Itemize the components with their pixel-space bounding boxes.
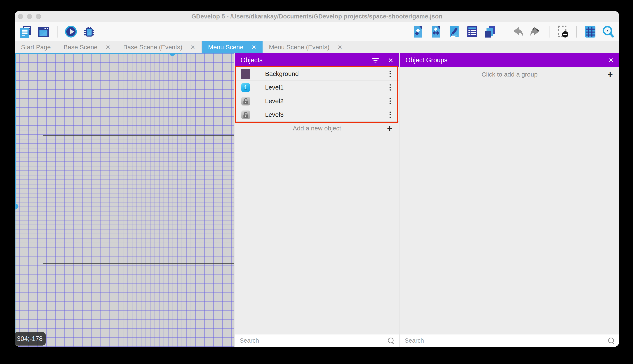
tab-menu-scene[interactable]: Menu Scene ✕ — [202, 41, 262, 53]
background-thumbnail — [241, 69, 250, 79]
zoom-ratio-label: 1:1 — [605, 29, 610, 33]
toolbar-divider — [576, 26, 577, 38]
selection-left-edge-faded — [15, 210, 16, 347]
close-objects-panel-icon[interactable]: ✕ — [388, 56, 393, 64]
project-manager-icon[interactable] — [19, 25, 32, 38]
add-group-plus-icon[interactable]: + — [607, 70, 613, 79]
objects-panel-title: Objects — [240, 56, 262, 64]
toolbar-right-group: 1:1 — [411, 25, 615, 38]
close-object-groups-panel-icon[interactable]: ✕ — [608, 56, 614, 64]
objects-panel-header: Objects ✕ — [235, 53, 399, 67]
add-object-label: Add a new object — [235, 125, 399, 132]
close-tab-icon[interactable]: ✕ — [190, 44, 195, 51]
object-label: Level1 — [265, 84, 283, 91]
object-groups-empty-area — [400, 82, 619, 334]
add-object-plus-icon[interactable]: + — [387, 124, 393, 133]
toolbar-divider — [504, 26, 504, 38]
undo-icon[interactable] — [511, 25, 524, 38]
object-groups-panel: Object Groups ✕ Click to add a group + — [400, 53, 619, 347]
object-row-level1[interactable]: 1 Level1 — [235, 81, 399, 94]
tab-start-page[interactable]: Start Page — [15, 41, 57, 53]
add-object-row[interactable]: Add a new object + — [235, 122, 399, 135]
objects-search-input[interactable] — [240, 337, 388, 344]
object-groups-icon[interactable] — [429, 25, 443, 38]
object-menu-icon[interactable] — [390, 84, 391, 90]
window-title: GDevelop 5 - /Users/dkarakay/Documents/G… — [15, 13, 619, 20]
close-tab-icon[interactable]: ✕ — [106, 44, 110, 51]
level1-button-thumbnail: 1 — [241, 83, 250, 92]
level1-badge: 1 — [244, 84, 247, 91]
tab-label: Base Scene (Events) — [123, 44, 182, 51]
selection-handle-left[interactable] — [15, 204, 18, 209]
redo-icon[interactable] — [529, 25, 542, 38]
toolbar-left-group — [19, 25, 96, 38]
tab-label: Base Scene — [64, 44, 98, 51]
object-label: Background — [265, 70, 299, 77]
object-row-level2[interactable]: Level2 — [235, 94, 399, 108]
add-group-label: Click to add a group — [400, 71, 619, 78]
selection-handle-top[interactable] — [169, 53, 175, 56]
object-menu-icon[interactable] — [390, 112, 391, 118]
groups-search-input[interactable] — [405, 337, 608, 344]
start-page-icon[interactable] — [37, 25, 50, 38]
main-toolbar: 1:1 — [15, 22, 619, 41]
preview-icon[interactable] — [64, 25, 78, 38]
title-bar: GDevelop 5 - /Users/dkarakay/Documents/G… — [15, 11, 619, 22]
objects-panel-empty-area — [235, 135, 399, 334]
selection-top-edge — [15, 53, 182, 54]
tab-base-scene[interactable]: Base Scene ✕ — [57, 41, 117, 53]
lock-icon — [244, 112, 247, 115]
locked-button-thumbnail — [241, 96, 250, 106]
editor-tabs: Start Page Base Scene ✕ Base Scene (Even… — [15, 41, 619, 53]
window-mask-icon[interactable] — [556, 25, 570, 38]
toolbar-divider — [549, 26, 549, 38]
groups-search-row — [400, 334, 619, 347]
grid-icon[interactable] — [583, 25, 597, 38]
tab-base-scene-events[interactable]: Base Scene (Events) ✕ — [117, 41, 202, 53]
locked-button-thumbnail — [241, 110, 250, 120]
search-icon — [608, 338, 614, 344]
objects-search-row — [235, 334, 399, 347]
object-label: Level2 — [265, 98, 283, 105]
debug-icon[interactable] — [82, 25, 96, 38]
object-groups-panel-title: Object Groups — [406, 56, 447, 64]
filter-icon[interactable] — [372, 58, 379, 62]
close-tab-icon[interactable]: ✕ — [251, 44, 256, 51]
object-row-level3[interactable]: Level3 — [235, 108, 399, 122]
lock-icon — [244, 98, 247, 101]
objects-panel-icon[interactable] — [411, 25, 425, 38]
tab-menu-scene-events[interactable]: Menu Scene (Events) ✕ — [262, 41, 349, 53]
selection-left-edge — [15, 53, 16, 210]
instances-list-icon[interactable] — [466, 25, 479, 38]
tab-label: Menu Scene (Events) — [269, 44, 329, 51]
properties-icon[interactable] — [447, 25, 461, 38]
tab-label: Menu Scene — [208, 44, 243, 51]
cursor-coordinates-badge: 304;-178 — [15, 332, 46, 346]
gdevelop-window: GDevelop 5 - /Users/dkarakay/Documents/G… — [15, 11, 619, 347]
layers-icon[interactable] — [484, 25, 497, 38]
main-area: 304;-178 Objects ✕ Background 1 Level1 — [15, 53, 619, 347]
scene-window-rectangle — [43, 135, 234, 264]
object-row-background[interactable]: Background — [235, 67, 399, 81]
scene-canvas[interactable]: 304;-178 — [15, 53, 234, 347]
object-groups-panel-header: Object Groups ✕ — [400, 53, 619, 67]
tab-label: Start Page — [21, 44, 51, 51]
selection-top-edge-faded — [182, 53, 234, 54]
add-group-row[interactable]: Click to add a group + — [400, 67, 619, 82]
search-icon — [388, 338, 394, 344]
toolbar-divider — [57, 26, 58, 38]
close-tab-icon[interactable]: ✕ — [338, 44, 342, 51]
object-label: Level3 — [265, 111, 283, 118]
object-menu-icon[interactable] — [390, 98, 391, 104]
objects-panel: Objects ✕ Background 1 Level1 Level2 — [235, 53, 399, 347]
zoom-reset-icon[interactable]: 1:1 — [601, 25, 615, 38]
object-menu-icon[interactable] — [390, 71, 391, 77]
